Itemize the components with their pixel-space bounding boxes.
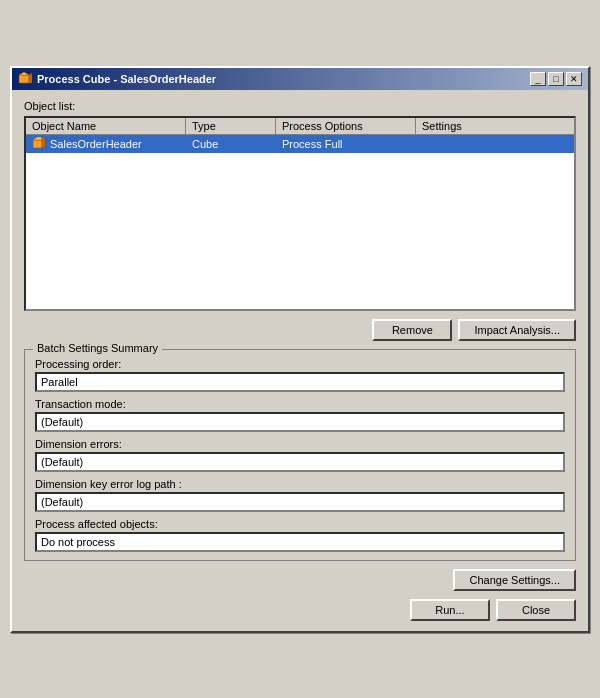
processing-order-value: Parallel	[35, 372, 565, 392]
dimension-errors-label: Dimension errors:	[35, 438, 565, 450]
change-settings-row: Change Settings...	[24, 569, 576, 591]
minimize-button[interactable]: _	[530, 72, 546, 86]
object-list-label: Object list:	[24, 100, 576, 112]
col-header-name: Object Name	[26, 118, 186, 134]
col-header-type: Type	[186, 118, 276, 134]
window-title: Process Cube - SalesOrderHeader	[37, 73, 216, 85]
processing-order-group: Processing order: Parallel	[35, 358, 565, 392]
process-affected-value: Do not process	[35, 532, 565, 552]
process-affected-label: Process affected objects:	[35, 518, 565, 530]
svg-marker-2	[29, 73, 32, 83]
svg-rect-3	[33, 140, 42, 148]
maximize-button[interactable]: □	[548, 72, 564, 86]
table-row[interactable]: SalesOrderHeader Cube Process Full	[26, 135, 574, 153]
transaction-mode-value: (Default)	[35, 412, 565, 432]
batch-settings-group: Batch Settings Summary Processing order:…	[24, 349, 576, 561]
row-settings-cell	[416, 135, 574, 153]
svg-rect-0	[19, 75, 29, 83]
close-button-main[interactable]: Close	[496, 599, 576, 621]
object-list-container[interactable]: Object Name Type Process Options Setting…	[24, 116, 576, 311]
table-header: Object Name Type Process Options Setting…	[26, 118, 574, 135]
row-name: SalesOrderHeader	[50, 138, 142, 150]
row-type: Cube	[192, 138, 218, 150]
title-buttons: _ □ ✕	[530, 72, 582, 86]
col-header-settings: Settings	[416, 118, 574, 134]
svg-marker-1	[19, 72, 29, 75]
window-content: Object list: Object Name Type Process Op…	[12, 90, 588, 631]
svg-marker-4	[33, 137, 42, 140]
dim-key-error-group: Dimension key error log path : (Default)	[35, 478, 565, 512]
process-affected-group: Process affected objects: Do not process	[35, 518, 565, 552]
title-bar: Process Cube - SalesOrderHeader _ □ ✕	[12, 68, 588, 90]
dim-key-error-value: (Default)	[35, 492, 565, 512]
batch-settings-legend: Batch Settings Summary	[33, 342, 162, 354]
main-window: Process Cube - SalesOrderHeader _ □ ✕ Ob…	[10, 66, 590, 633]
row-name-cell: SalesOrderHeader	[26, 135, 186, 153]
row-process-options-cell[interactable]: Process Full	[276, 135, 416, 153]
run-button[interactable]: Run...	[410, 599, 490, 621]
bottom-buttons: Run... Close	[24, 599, 576, 621]
col-header-process-options: Process Options	[276, 118, 416, 134]
change-settings-button[interactable]: Change Settings...	[453, 569, 576, 591]
action-buttons-row: Remove Impact Analysis...	[24, 319, 576, 341]
remove-button[interactable]: Remove	[372, 319, 452, 341]
processing-order-label: Processing order:	[35, 358, 565, 370]
svg-marker-5	[42, 137, 45, 148]
transaction-mode-group: Transaction mode: (Default)	[35, 398, 565, 432]
dimension-errors-group: Dimension errors: (Default)	[35, 438, 565, 472]
row-process-options: Process Full	[282, 138, 343, 150]
cube-icon	[32, 137, 46, 151]
window-icon	[18, 72, 32, 86]
cube-svg	[32, 137, 46, 151]
row-type-cell: Cube	[186, 135, 276, 153]
title-bar-left: Process Cube - SalesOrderHeader	[18, 72, 216, 86]
impact-analysis-button[interactable]: Impact Analysis...	[458, 319, 576, 341]
dim-key-error-label: Dimension key error log path :	[35, 478, 565, 490]
transaction-mode-label: Transaction mode:	[35, 398, 565, 410]
close-button[interactable]: ✕	[566, 72, 582, 86]
dimension-errors-value: (Default)	[35, 452, 565, 472]
